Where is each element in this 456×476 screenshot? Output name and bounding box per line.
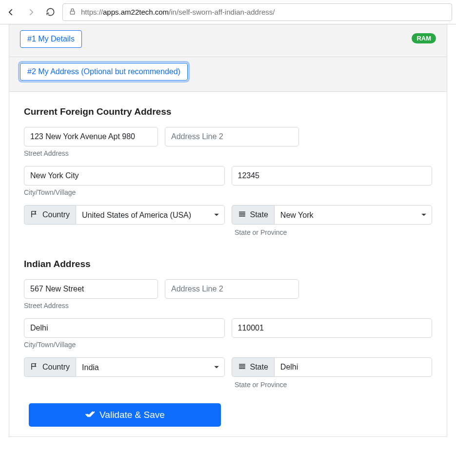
tab-row-details: #1 My Details RAM	[9, 24, 447, 57]
svg-rect-0	[70, 11, 75, 14]
foreign-state-label: State	[232, 205, 274, 225]
svg-rect-1	[239, 211, 245, 212]
svg-rect-8	[239, 368, 245, 369]
check-icon	[85, 409, 95, 421]
foreign-addr1-input[interactable]	[24, 127, 158, 146]
forward-button[interactable]	[23, 5, 38, 20]
form-panel: Current Foreign Country Address Street A…	[9, 92, 447, 437]
indian-state-input[interactable]	[274, 357, 432, 377]
flag-us-icon	[238, 362, 246, 373]
indian-addr1-input[interactable]	[24, 279, 158, 299]
validate-save-button[interactable]: Validate & Save	[29, 403, 221, 427]
indian-city-input[interactable]	[24, 318, 225, 338]
indian-street-label: Street Address	[24, 302, 432, 310]
url-bar[interactable]: https://apps.am22tech.com/in/self-sworn-…	[62, 3, 452, 21]
foreign-addr2-input[interactable]	[165, 127, 299, 146]
indian-country-select[interactable]: India	[76, 357, 224, 377]
foreign-state-help: State or Province	[235, 228, 287, 236]
foreign-country-select[interactable]: United States of America (USA)	[76, 205, 224, 225]
svg-rect-5	[239, 364, 245, 364]
svg-rect-3	[239, 214, 245, 215]
validate-label: Validate & Save	[99, 410, 165, 420]
indian-addr2-input[interactable]	[165, 279, 299, 299]
tab-row-address: #2 My Address (Optional but recommended)	[9, 57, 447, 92]
foreign-country-label: Country	[24, 205, 76, 225]
foreign-zip-input[interactable]	[232, 166, 433, 186]
flag-us-icon	[238, 210, 246, 220]
tab-my-address[interactable]: #2 My Address (Optional but recommended)	[20, 63, 188, 81]
flag-icon	[30, 362, 39, 373]
foreign-city-label: City/Town/Village	[24, 188, 432, 196]
indian-state-help: State or Province	[235, 381, 287, 389]
lock-icon	[69, 8, 76, 17]
foreign-state-select[interactable]: New York	[274, 205, 432, 225]
url-text: https://apps.am22tech.com/in/self-sworn-…	[81, 8, 275, 16]
ram-badge: RAM	[412, 33, 436, 43]
svg-rect-4	[239, 216, 245, 216]
indian-country-label: Country	[24, 357, 76, 377]
foreign-city-input[interactable]	[24, 166, 225, 186]
tab-my-details[interactable]: #1 My Details	[20, 30, 82, 48]
indian-title: Indian Address	[24, 259, 432, 269]
indian-state-label: State	[232, 357, 274, 377]
svg-rect-2	[239, 213, 245, 213]
foreign-street-label: Street Address	[24, 149, 432, 157]
svg-rect-6	[239, 365, 245, 366]
refresh-button[interactable]	[43, 5, 58, 20]
indian-city-label: City/Town/Village	[24, 341, 432, 349]
indian-zip-input[interactable]	[232, 318, 433, 338]
flag-icon	[30, 210, 39, 220]
back-button[interactable]	[4, 5, 19, 20]
svg-rect-7	[239, 367, 245, 367]
foreign-title: Current Foreign Country Address	[24, 106, 432, 117]
browser-toolbar: https://apps.am22tech.com/in/self-sworn-…	[0, 0, 456, 24]
